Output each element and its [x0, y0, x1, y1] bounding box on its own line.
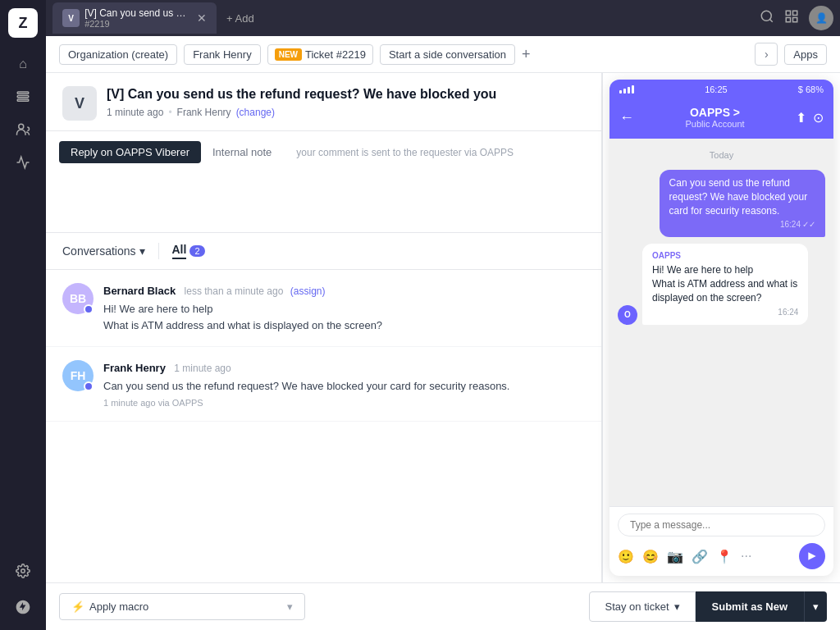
back-icon[interactable]: ← — [619, 109, 634, 126]
ticket-breadcrumb[interactable]: Ticket #2219 — [305, 48, 366, 61]
ticket-logo-icon: V — [62, 86, 97, 121]
tab-bar: V [V] Can you send us the r... #2219 ✕ +… — [46, 0, 840, 36]
app-title-area: OAPPS > Public Account — [642, 106, 788, 129]
location-icon[interactable]: 📍 — [716, 549, 733, 564]
share-icon[interactable]: ⬆ — [796, 110, 806, 126]
app-header-icons: ⬆ ⊙ — [796, 110, 824, 126]
app-header: ← OAPPS > Public Account ⬆ ⊙ — [609, 99, 833, 139]
chat-date-label: Today — [618, 150, 825, 160]
all-tab[interactable]: All 2 — [172, 243, 205, 259]
conversations-dropdown[interactable]: Conversations ▾ — [62, 244, 145, 258]
reply-tabs: Reply on OAPPS Viberer Internal note you… — [59, 141, 588, 163]
search-icon[interactable] — [760, 9, 774, 28]
internal-note-tab[interactable]: Internal note — [201, 141, 283, 163]
svg-point-3 — [19, 124, 24, 129]
new-badge: NEW — [275, 48, 302, 61]
more-icon[interactable]: ··· — [741, 549, 751, 564]
status-time: 16:25 — [705, 84, 728, 94]
avatar-initials: BB — [70, 292, 86, 305]
message-channel: 1 minute ago via OAPPS — [103, 398, 585, 408]
phone-status-bar: 16:25 $ 68% — [609, 80, 833, 99]
add-tab-button[interactable]: + Add — [217, 7, 264, 30]
avatar-badge — [84, 381, 94, 391]
list-item[interactable]: BB Bernard Black less than a minute ago … — [46, 270, 601, 347]
apps-button[interactable]: Apps — [784, 44, 827, 65]
side-conversation-button[interactable]: Start a side conversation — [380, 44, 515, 65]
battery-icon: $ 68% — [798, 84, 824, 94]
separator: • — [168, 107, 171, 118]
chat-messages: Today Can you send us the refund request… — [609, 139, 833, 506]
ticket-change-button[interactable]: (change) — [236, 107, 275, 118]
assign-link[interactable]: (assign) — [290, 285, 326, 297]
tab-title: [V] Can you send us the r... — [84, 7, 187, 19]
tab-icon: V — [62, 9, 80, 27]
svg-rect-1 — [17, 96, 29, 98]
user-avatar[interactable]: 👤 — [809, 6, 833, 30]
apply-macro-button[interactable]: ⚡ Apply macro ▾ — [59, 593, 305, 620]
message-author: Bernard Black — [103, 285, 176, 297]
chat-input-icons: 🙂 😊 📷 🔗 📍 ··· — [618, 543, 825, 569]
tab-close-icon[interactable]: ✕ — [197, 11, 207, 25]
reply-hint: your comment is sent to the requester vi… — [296, 147, 514, 158]
sidebar-logo[interactable]: Z — [8, 8, 38, 38]
main-wrapper: V [V] Can you send us the r... #2219 ✕ +… — [46, 0, 840, 630]
sticker-icon[interactable]: 🙂 — [618, 549, 634, 564]
chat-bubble-outgoing: Can you send us the refund request? We h… — [660, 170, 825, 237]
reply-oapps-tab[interactable]: Reply on OAPPS Viberer — [59, 141, 201, 163]
emoji-icon[interactable]: 😊 — [642, 549, 659, 564]
mobile-chat: 16:25 $ 68% ← OAPPS > Public Account ⬆ ⊙ — [609, 80, 833, 576]
active-tab[interactable]: V [V] Can you send us the r... #2219 ✕ — [52, 2, 217, 34]
chat-input[interactable] — [618, 514, 825, 536]
chat-input-area: 🙂 😊 📷 🔗 📍 ··· — [609, 506, 833, 576]
avatar-badge — [84, 304, 94, 314]
ticket-header: V [V] Can you send us the refund request… — [46, 73, 601, 131]
org-breadcrumb[interactable]: Organization (create) — [59, 44, 177, 65]
submit-chevron-icon[interactable]: ▾ — [804, 591, 827, 622]
avatar: FH — [62, 360, 94, 391]
reply-area: Reply on OAPPS Viberer Internal note you… — [46, 131, 601, 233]
stay-chevron-icon: ▾ — [674, 600, 680, 613]
conversations-label: Conversations — [62, 244, 136, 258]
message-time: 1 minute ago — [174, 363, 231, 374]
bubble-text: Can you send us the refund request? We h… — [669, 176, 815, 217]
svg-rect-9 — [786, 17, 790, 21]
add-conversation-icon[interactable]: + — [522, 46, 531, 63]
reports-icon[interactable] — [8, 148, 38, 177]
users-icon[interactable] — [8, 115, 38, 144]
photo-icon[interactable]: 📷 — [667, 549, 683, 564]
submit-as-new-button[interactable]: Submit as New — [696, 591, 804, 622]
stay-on-ticket-button[interactable]: Stay on ticket ▾ — [589, 591, 695, 622]
conversations-chevron-icon: ▾ — [139, 244, 145, 258]
app-subtitle: Public Account — [642, 119, 788, 129]
app-title: OAPPS > — [642, 106, 788, 119]
svg-line-6 — [769, 19, 772, 21]
bottom-bar: ⚡ Apply macro ▾ Stay on ticket ▾ Submit … — [46, 582, 840, 630]
zendesk-icon[interactable] — [8, 592, 38, 622]
breadcrumb-chevron-icon[interactable]: › — [755, 43, 778, 66]
grid-icon[interactable] — [784, 9, 799, 28]
ticket-title: [V] Can you send us the refund request? … — [107, 86, 585, 103]
camera-icon[interactable]: ⊙ — [813, 110, 824, 126]
avatar: BB — [62, 283, 94, 314]
stay-label: Stay on ticket — [605, 600, 669, 613]
send-button[interactable] — [799, 543, 825, 569]
submit-actions: Stay on ticket ▾ Submit as New ▾ — [589, 591, 827, 622]
home-icon[interactable]: ⌂ — [8, 49, 38, 79]
settings-icon[interactable] — [8, 556, 38, 586]
avatar-initials: FH — [71, 369, 86, 382]
tickets-icon[interactable] — [8, 82, 38, 112]
svg-point-4 — [21, 569, 25, 573]
conversations-list: BB Bernard Black less than a minute ago … — [46, 270, 601, 582]
ticket-meta: 1 minute ago • Frank Henry (change) — [107, 107, 585, 118]
reply-input[interactable] — [59, 170, 588, 219]
chat-sender-avatar: O — [618, 305, 637, 325]
svg-point-5 — [761, 11, 771, 21]
message-author: Frank Henry — [103, 362, 166, 374]
breadcrumb-bar: Organization (create) Frank Henry NEW Ti… — [46, 36, 840, 73]
signal-icon — [619, 85, 634, 94]
svg-rect-0 — [17, 92, 29, 94]
list-item[interactable]: FH Frank Henry 1 minute ago Can you send… — [46, 347, 601, 422]
user-breadcrumb[interactable]: Frank Henry — [184, 44, 261, 65]
svg-rect-8 — [793, 11, 797, 15]
link-icon[interactable]: 🔗 — [692, 549, 708, 564]
